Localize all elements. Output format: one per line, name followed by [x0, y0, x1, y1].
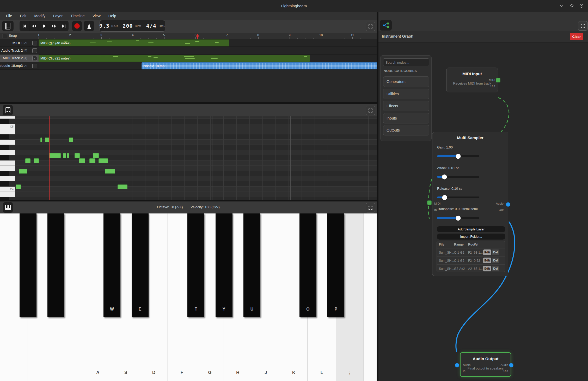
- roll-key-E4[interactable]: [0, 166, 15, 171]
- play-button[interactable]: [39, 21, 49, 31]
- white-key-13[interactable]: [364, 213, 377, 381]
- track-mute-button[interactable]: -: [32, 41, 37, 45]
- clip-audio[interactable]: Noodle 18.mp3: [142, 62, 377, 69]
- track-row-4[interactable]: Noodle 18.mp3Noodle 18.mp3[A]-: [0, 62, 377, 70]
- roll-row-F4[interactable]: [15, 160, 377, 166]
- rewind-button[interactable]: [29, 21, 39, 31]
- menu-help[interactable]: Help: [105, 13, 120, 19]
- roll-key-B3[interactable]: [0, 192, 15, 197]
- black-key-9[interactable]: U: [243, 213, 260, 317]
- category-utilities[interactable]: Utilities: [383, 89, 429, 99]
- midi-note[interactable]: [99, 158, 108, 163]
- delete-button[interactable]: Del: [492, 266, 499, 271]
- metronome-button[interactable]: [84, 21, 94, 31]
- track-row-2[interactable]: Audio Track 2[A]-: [0, 47, 377, 55]
- track-mute-button[interactable]: -: [32, 64, 37, 68]
- roll-row-G#4[interactable]: [15, 145, 377, 150]
- maximize-icon[interactable]: [568, 2, 575, 9]
- record-button[interactable]: [72, 21, 82, 31]
- minimize-icon[interactable]: [558, 2, 565, 9]
- track-label[interactable]: MIDI 1[A]-: [0, 39, 39, 46]
- graph-fullscreen-button[interactable]: [578, 21, 587, 31]
- piano-roll-fullscreen-button[interactable]: [366, 106, 375, 115]
- edit-button[interactable]: Edit: [483, 266, 491, 271]
- midi-note[interactable]: [105, 169, 115, 174]
- piano-roll[interactable]: C5C4: [0, 116, 377, 200]
- midi-note[interactable]: [25, 158, 30, 163]
- clear-button[interactable]: Clear: [570, 33, 583, 40]
- midi-note[interactable]: [69, 138, 73, 142]
- roll-row-G4[interactable]: [15, 150, 377, 155]
- midi-note[interactable]: [118, 184, 127, 189]
- graph-canvas[interactable]: NODE CATEGORIES GeneratorsUtilitiesEffec…: [378, 42, 588, 381]
- midi-in-port[interactable]: [427, 200, 432, 205]
- roll-key-F4[interactable]: [0, 160, 15, 166]
- fast-forward-button[interactable]: [49, 21, 59, 31]
- clip-midi[interactable]: MIDI Clip (21 notes): [39, 55, 310, 62]
- midi-note[interactable]: [19, 169, 27, 174]
- timeline-ruler[interactable]: Snap 1234567891011: [0, 33, 377, 39]
- black-key-11[interactable]: O: [299, 213, 316, 317]
- midi-note[interactable]: [93, 153, 99, 158]
- category-effects[interactable]: Effects: [383, 101, 429, 111]
- track-label[interactable]: Noodle 18.mp3[A]-: [0, 62, 39, 69]
- roll-key-G#4[interactable]: [0, 145, 15, 150]
- roll-key-F#4[interactable]: [0, 155, 15, 160]
- timeline-fullscreen-button[interactable]: [366, 22, 375, 31]
- virtual-keyboard[interactable]: ASDFGHJKL;WETYUOP: [0, 213, 377, 381]
- track-row-3[interactable]: MIDI Clip (21 notes)MIDI Track 2[A]-: [0, 55, 377, 62]
- midi-note[interactable]: [89, 158, 95, 163]
- audio-output-node[interactable]: Audio Output Final output to speakers Au…: [460, 352, 511, 377]
- black-key-1[interactable]: [20, 213, 36, 317]
- tempo-display[interactable]: 9.3 BAR 200 BPM 4/4 TIME: [100, 20, 165, 32]
- edit-button[interactable]: Edit: [483, 249, 491, 255]
- close-icon[interactable]: [578, 2, 585, 9]
- midi-out-port[interactable]: [496, 78, 500, 82]
- skip-to-end-button[interactable]: [59, 21, 69, 31]
- category-generators[interactable]: Generators: [383, 76, 429, 87]
- roll-key-D#4[interactable]: [0, 171, 15, 176]
- roll-key-C#4[interactable]: [0, 181, 15, 187]
- track-label[interactable]: MIDI Track 2[A]-: [0, 55, 39, 62]
- slider-thumb[interactable]: [442, 195, 447, 200]
- roll-key-C#5[interactable]: [0, 119, 15, 124]
- roll-key-G4[interactable]: [0, 150, 15, 155]
- roll-row-D5[interactable]: [15, 116, 377, 119]
- midi-note[interactable]: [49, 153, 61, 158]
- roll-row-D4[interactable]: [15, 176, 377, 181]
- roll-key-A#3[interactable]: [0, 197, 15, 200]
- timeline-panel-icon-button[interactable]: [2, 21, 14, 31]
- midi-note[interactable]: [67, 153, 69, 158]
- black-key-5[interactable]: E: [132, 213, 149, 317]
- roll-row-C#5[interactable]: [15, 119, 377, 124]
- snap-checkbox[interactable]: [3, 34, 7, 38]
- piano-roll-panel-button[interactable]: [3, 105, 13, 115]
- slider-track[interactable]: [437, 197, 479, 198]
- roll-key-D4[interactable]: [0, 176, 15, 181]
- search-input[interactable]: [383, 58, 429, 66]
- midi-note[interactable]: [63, 153, 66, 158]
- black-key-7[interactable]: T: [187, 213, 204, 317]
- midi-note[interactable]: [16, 184, 21, 189]
- audio-in-port[interactable]: [455, 363, 459, 367]
- menu-layer[interactable]: Layer: [50, 13, 66, 19]
- add-sample-layer-button[interactable]: Add Sample Layer: [437, 226, 505, 232]
- slider-thumb[interactable]: [442, 174, 447, 179]
- skip-to-start-button[interactable]: [20, 21, 29, 31]
- roll-key-A4[interactable]: [0, 140, 15, 145]
- midi-note[interactable]: [75, 153, 80, 158]
- track-row-1[interactable]: MIDI Clip (40 notes)MIDI 1[A]-: [0, 39, 377, 47]
- category-inputs[interactable]: Inputs: [383, 113, 429, 123]
- audio-out-port[interactable]: [506, 202, 510, 207]
- roll-row-C4[interactable]: [15, 187, 377, 192]
- menu-modify[interactable]: Modify: [31, 13, 49, 19]
- roll-row-B3[interactable]: [15, 192, 377, 197]
- delete-button[interactable]: Del: [492, 249, 499, 255]
- black-key-12[interactable]: P: [327, 213, 344, 317]
- roll-key-D5[interactable]: [0, 116, 15, 119]
- menu-view[interactable]: View: [89, 13, 104, 19]
- audio-out-port[interactable]: [509, 363, 513, 367]
- import-folder-button[interactable]: Import Folder...: [437, 234, 505, 240]
- midi-input-node[interactable]: MIDI Input Receives MIDI from track MIDI…: [446, 68, 498, 92]
- midi-note[interactable]: [34, 158, 39, 163]
